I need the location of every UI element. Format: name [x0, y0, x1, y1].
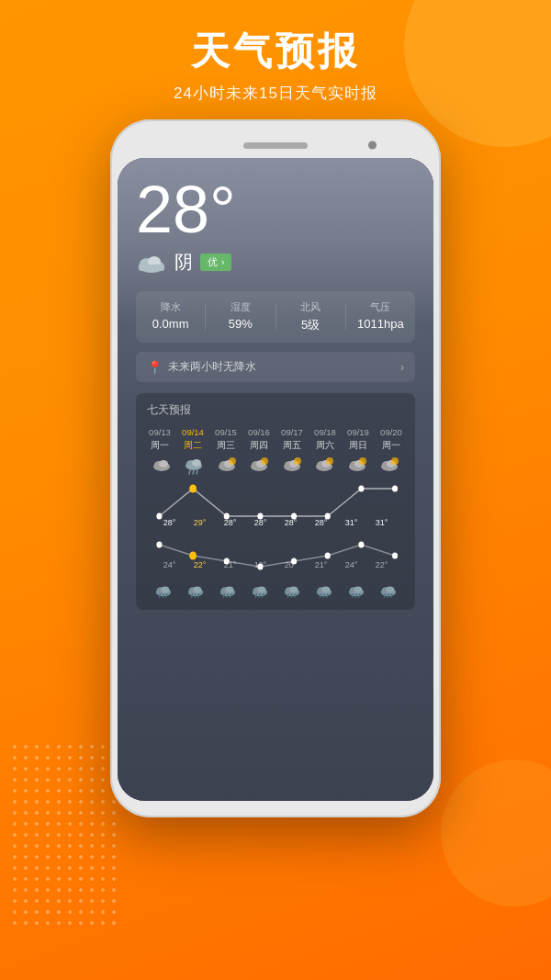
phone-notch	[118, 132, 433, 158]
forecast-date-2: 09/15	[215, 427, 237, 437]
forecast-weekday-2: 周三	[217, 439, 235, 452]
weather-condition-label: 阴	[174, 250, 193, 275]
forecast-icon-3	[243, 457, 276, 476]
svg-point-50	[325, 553, 331, 559]
bg-decoration-dots	[9, 741, 119, 925]
phone-screen: 28° 阴 优 ›	[118, 158, 433, 801]
forecast-date-1: 09/14	[182, 427, 204, 437]
stat-wind-label: 北风	[276, 300, 345, 314]
forecast-icon-4	[276, 457, 309, 476]
svg-line-63	[195, 594, 196, 598]
svg-line-11	[193, 470, 194, 474]
svg-point-9	[192, 459, 201, 467]
cloud-weather-icon	[136, 252, 167, 274]
forecast-icon-6	[341, 457, 374, 476]
bottom-icon-1	[179, 582, 211, 599]
precip-notice-icon: 📍	[147, 360, 163, 375]
aqi-label: 优	[208, 255, 218, 269]
forecast-day-1: 09/14 周二	[176, 427, 209, 452]
svg-point-28	[326, 457, 333, 465]
svg-point-32	[359, 457, 366, 465]
svg-point-36	[391, 457, 399, 465]
precipitation-notice[interactable]: 📍 未来两小时无降水 ›	[136, 352, 415, 382]
svg-point-97	[386, 586, 394, 592]
forecast-icon-2	[210, 457, 243, 476]
temp-chart: 28° 29° 28° 28° 28° 28° 31° 31°	[143, 479, 408, 580]
svg-line-86	[320, 594, 320, 598]
forecast-day-5: 09/18 周六	[309, 427, 342, 452]
page-subtitle: 24小时未来15日天气实时报	[0, 83, 551, 104]
forecast-day-3: 09/16 周四	[242, 427, 276, 452]
forecast-weekday-4: 周五	[283, 439, 301, 452]
forecast-date-7: 09/20	[380, 427, 402, 437]
phone-speaker	[243, 142, 308, 149]
stat-pressure-label: 气压	[346, 300, 415, 314]
svg-point-52	[392, 553, 398, 559]
forecast-date-4: 09/17	[281, 427, 303, 437]
svg-point-16	[229, 457, 236, 465]
svg-line-82	[294, 594, 295, 598]
forecast-date-0: 09/13	[149, 427, 171, 437]
svg-point-51	[358, 542, 364, 548]
precip-notice-text: 未来两小时无降水	[168, 359, 256, 375]
svg-point-20	[261, 457, 268, 465]
svg-rect-3	[139, 265, 164, 271]
svg-line-76	[262, 594, 263, 598]
svg-line-68	[223, 594, 224, 598]
forecast-weekday-6: 周日	[349, 439, 367, 452]
aqi-chevron-icon: ›	[221, 257, 224, 267]
phone-frame: 28° 阴 优 ›	[110, 119, 441, 817]
svg-point-48	[257, 564, 263, 570]
stat-humidity-value: 59%	[206, 317, 275, 331]
forecast-day-4: 09/17 周五	[276, 427, 309, 452]
stat-pressure: 气压 1011hpa	[346, 300, 415, 333]
svg-point-79	[289, 586, 298, 592]
svg-line-93	[355, 594, 356, 598]
svg-point-61	[193, 586, 201, 592]
forecast-icon-1	[178, 457, 211, 476]
bottom-icon-5	[308, 582, 340, 599]
svg-line-92	[352, 594, 353, 598]
bottom-icon-7	[372, 582, 404, 599]
svg-line-87	[323, 594, 324, 598]
svg-line-100	[390, 594, 391, 598]
forecast-day-6: 09/19 周日	[342, 427, 375, 452]
svg-line-74	[255, 594, 256, 598]
forecast-weekday-5: 周六	[316, 439, 334, 452]
svg-point-43	[358, 486, 364, 492]
stat-humidity: 湿度 59%	[206, 300, 275, 333]
bottom-icon-3	[243, 582, 276, 599]
svg-point-67	[225, 586, 233, 592]
svg-point-37	[156, 513, 162, 520]
svg-line-80	[287, 594, 288, 598]
svg-point-45	[156, 542, 162, 548]
weather-main-section: 28° 阴 优 ›	[118, 158, 433, 610]
svg-line-64	[197, 594, 198, 598]
forecast-bottom-icons	[143, 582, 408, 599]
svg-line-62	[191, 594, 192, 598]
svg-line-94	[358, 594, 359, 598]
svg-point-46	[189, 552, 197, 560]
svg-line-10	[189, 470, 190, 474]
stat-precipitation: 降水 0.0mm	[136, 300, 205, 333]
temp-chart-svg	[143, 479, 408, 580]
svg-line-58	[165, 594, 166, 598]
phone-mockup: 28° 阴 优 ›	[110, 119, 441, 817]
aqi-badge[interactable]: 优 ›	[200, 253, 231, 271]
forecast-title: 七天预报	[143, 402, 408, 418]
bottom-icon-4	[276, 582, 308, 599]
forecast-days-header: 09/13 周一 09/14 周二 09/15 周三	[143, 427, 408, 452]
forecast-day-0: 09/13 周一	[143, 427, 176, 452]
svg-point-41	[291, 513, 297, 520]
svg-point-47	[224, 558, 230, 565]
svg-line-56	[159, 594, 160, 598]
svg-line-98	[384, 594, 385, 598]
stat-wind: 北风 5级	[276, 300, 345, 333]
svg-point-73	[257, 586, 265, 592]
svg-point-38	[189, 485, 197, 493]
page-header: 天气预报 24小时未来15日天气实时报	[0, 0, 551, 104]
forecast-day-7: 09/20 周一	[375, 427, 408, 452]
svg-point-42	[325, 513, 331, 520]
svg-point-44	[392, 486, 398, 492]
forecast-weekday-1: 周二	[184, 439, 202, 452]
